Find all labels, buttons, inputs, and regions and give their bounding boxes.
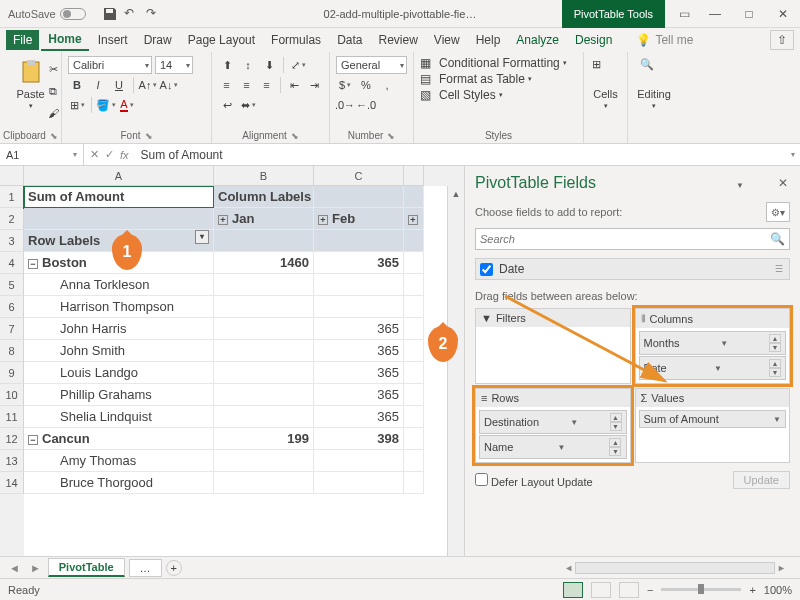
cell[interactable]: 365 xyxy=(314,318,404,340)
tab-view[interactable]: View xyxy=(427,30,467,50)
sheet-tab-more[interactable]: … xyxy=(129,559,162,577)
autosave-toggle[interactable]: AutoSave xyxy=(0,8,94,20)
cell[interactable] xyxy=(404,252,424,274)
cell[interactable]: 365 xyxy=(314,252,404,274)
row-header[interactable]: 10 xyxy=(0,384,24,406)
decrease-indent-icon[interactable]: ⇤ xyxy=(286,76,303,94)
align-middle-icon[interactable]: ↕ xyxy=(239,56,257,74)
cell[interactable] xyxy=(214,384,314,406)
expand-formula-bar-icon[interactable]: ▾ xyxy=(786,150,800,159)
redo-icon[interactable]: ↷ xyxy=(146,6,162,22)
minimize-button[interactable]: — xyxy=(698,0,732,28)
name-box[interactable]: A1▾ xyxy=(0,144,84,165)
bold-button[interactable]: B xyxy=(68,76,86,94)
sheet-tab-pivottable[interactable]: PivotTable xyxy=(48,558,125,577)
cell[interactable]: Louis Landgo xyxy=(24,362,214,384)
cell[interactable] xyxy=(214,340,314,362)
cell[interactable]: John Harris xyxy=(24,318,214,340)
col-header-b[interactable]: B xyxy=(214,166,314,186)
close-pane-icon[interactable]: ✕ xyxy=(778,176,788,190)
zoom-out-icon[interactable]: − xyxy=(647,584,653,596)
cell[interactable]: + xyxy=(404,208,424,230)
row-header[interactable]: 12 xyxy=(0,428,24,450)
borders-icon[interactable]: ⊞ xyxy=(68,96,86,114)
maximize-button[interactable]: □ xyxy=(732,0,766,28)
expand-icon[interactable]: + xyxy=(218,215,228,225)
cell-styles-button[interactable]: ▧Cell Styles ▾ xyxy=(420,88,577,102)
row-header[interactable]: 2 xyxy=(0,208,24,230)
area-values[interactable]: ΣValues Sum of Amount▼ xyxy=(635,388,791,463)
area-rows[interactable]: ≡Rows Destination▼▲▼ Name▼▲▼ xyxy=(475,388,631,463)
row-header[interactable]: 4 xyxy=(0,252,24,274)
value-token[interactable]: Sum of Amount▼ xyxy=(639,410,787,428)
cell[interactable] xyxy=(314,450,404,472)
save-icon[interactable] xyxy=(102,6,118,22)
cell[interactable] xyxy=(214,362,314,384)
row-header[interactable]: 7 xyxy=(0,318,24,340)
font-size-combo[interactable]: 14 xyxy=(155,56,193,74)
row-header[interactable]: 11 xyxy=(0,406,24,428)
col-header-c[interactable]: C xyxy=(314,166,404,186)
format-as-table-button[interactable]: ▤Format as Table ▾ xyxy=(420,72,577,86)
cell[interactable] xyxy=(404,274,424,296)
cell[interactable] xyxy=(404,340,424,362)
cell[interactable] xyxy=(404,186,424,208)
tab-draw[interactable]: Draw xyxy=(137,30,179,50)
cell[interactable] xyxy=(404,362,424,384)
cell[interactable] xyxy=(404,384,424,406)
conditional-formatting-button[interactable]: ▦Conditional Formatting ▾ xyxy=(420,56,577,70)
cell[interactable]: −Cancun xyxy=(24,428,214,450)
search-input[interactable] xyxy=(480,233,770,245)
column-token[interactable]: Months▼▲▼ xyxy=(639,331,787,355)
cell[interactable] xyxy=(314,230,404,252)
zoom-in-icon[interactable]: + xyxy=(749,584,755,596)
cell[interactable] xyxy=(314,186,404,208)
italic-button[interactable]: I xyxy=(89,76,107,94)
cell[interactable] xyxy=(24,208,214,230)
cell[interactable]: Anna Torkleson xyxy=(24,274,214,296)
col-header-d[interactable] xyxy=(404,166,424,186)
cell[interactable] xyxy=(214,450,314,472)
wrap-text-icon[interactable]: ↩ xyxy=(218,96,236,114)
share-button[interactable]: ⇧ xyxy=(770,30,794,50)
update-button[interactable]: Update xyxy=(733,471,790,489)
cell[interactable] xyxy=(214,230,314,252)
cell[interactable] xyxy=(214,296,314,318)
cell[interactable]: 365 xyxy=(314,384,404,406)
increase-indent-icon[interactable]: ⇥ xyxy=(306,76,323,94)
ribbon-options-icon[interactable]: ▭ xyxy=(670,0,698,28)
cell[interactable]: 365 xyxy=(314,340,404,362)
row-header[interactable]: 8 xyxy=(0,340,24,362)
cell[interactable] xyxy=(314,274,404,296)
cell[interactable] xyxy=(214,318,314,340)
filter-icon[interactable]: ▾ xyxy=(195,230,209,244)
tab-design[interactable]: Design xyxy=(568,30,619,50)
tab-page-layout[interactable]: Page Layout xyxy=(181,30,262,50)
field-search[interactable]: 🔍 xyxy=(475,228,790,250)
tab-data[interactable]: Data xyxy=(330,30,369,50)
normal-view-icon[interactable] xyxy=(563,582,583,598)
cell[interactable]: Shelia Lindquist xyxy=(24,406,214,428)
tab-formulas[interactable]: Formulas xyxy=(264,30,328,50)
decrease-decimal-icon[interactable]: ←.0 xyxy=(357,96,375,114)
cell[interactable] xyxy=(214,406,314,428)
cell[interactable] xyxy=(404,450,424,472)
cell[interactable]: 398 xyxy=(314,428,404,450)
tab-review[interactable]: Review xyxy=(371,30,424,50)
cell[interactable] xyxy=(404,230,424,252)
cell-grid[interactable]: Sum of Amount Column Labels▾ +Jan +Feb +… xyxy=(24,186,447,556)
format-painter-icon[interactable]: 🖌 xyxy=(44,104,62,122)
sheet-nav-next-icon[interactable]: ► xyxy=(27,562,44,574)
horizontal-scrollbar[interactable]: ◄ ► xyxy=(186,562,794,574)
cells-button[interactable]: ⊞Cells▾ xyxy=(590,56,621,112)
undo-icon[interactable]: ↶ xyxy=(124,6,140,22)
row-header[interactable]: 6 xyxy=(0,296,24,318)
font-family-combo[interactable]: Calibri xyxy=(68,56,152,74)
cancel-formula-icon[interactable]: ✕ xyxy=(90,148,99,161)
cell[interactable]: 365 xyxy=(314,406,404,428)
tell-me-search[interactable]: 💡 Tell me xyxy=(629,30,700,50)
align-bottom-icon[interactable]: ⬇ xyxy=(260,56,278,74)
orientation-icon[interactable]: ⤢ xyxy=(289,56,307,74)
cell[interactable] xyxy=(404,406,424,428)
align-right-icon[interactable]: ≡ xyxy=(258,76,275,94)
